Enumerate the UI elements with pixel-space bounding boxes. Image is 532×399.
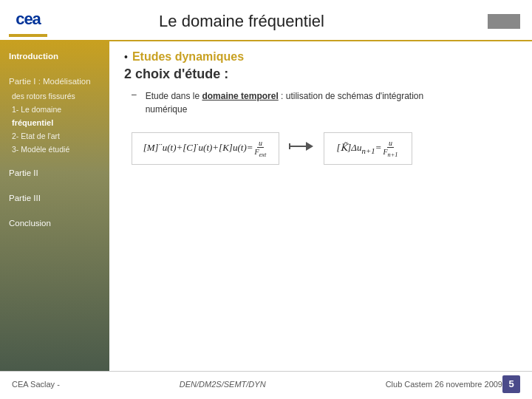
sidebar-gap-4 [6,207,103,214]
formula-right-content: [K̃]Δun+1=uFn+1 [337,142,400,153]
bullet-header: • Etudes dynamiques [124,50,517,64]
arrow-svg [288,137,315,155]
bullet-dot: • [124,51,128,63]
sidebar-item-partie2[interactable]: Partie II [6,166,103,180]
sidebar-item-introduction[interactable]: Introduction [6,49,103,64]
sidebar-item-domaine1[interactable]: 1- Le domaine [6,103,103,115]
header-accent [480,14,520,29]
content-area: • Etudes dynamiques 2 choix d'étude : – … [109,41,532,371]
sidebar-item-modele[interactable]: 3- Modèle étudié [6,143,103,155]
sidebar-gap-3 [6,182,103,189]
implication-arrow [288,137,315,160]
header: cea Le domaine fréquentiel [0,0,532,41]
choice-heading: 2 choix d'étude : [124,66,517,82]
cea-logo: cea [9,6,47,33]
domain-temporal: domaine temporel [202,91,278,101]
sidebar-item-rotors[interactable]: des rotors fissurés [6,90,103,102]
sidebar: Introduction Partie I : Modélisation des… [0,41,109,371]
formula-left: [M]··u(t)+[C]·u(t)+[K]u(t)=uFext [132,132,279,165]
page-title: Le domaine fréquentiel [47,12,480,31]
sidebar-item-conclusion[interactable]: Conclusion [6,216,103,231]
accent-rectangle [488,14,520,29]
svg-marker-1 [306,142,313,151]
bullet-text: Etudes dynamiques [132,50,244,64]
footer-left: CEA Saclay - [12,380,60,389]
page-number: 5 [502,375,520,393]
sidebar-item-partie3[interactable]: Partie III [6,191,103,205]
sidebar-gap-1 [6,65,103,72]
dash-icon: – [132,89,137,100]
sidebar-item-partie1[interactable]: Partie I : Modélisation [6,74,103,89]
footer-center: DEN/DM2S/SEMT/DYN [60,380,386,389]
formula-area: [M]··u(t)+[C]·u(t)+[K]u(t)=uFext [K̃]Δun… [132,132,517,165]
sidebar-item-frequentiel[interactable]: fréquentiel [6,117,103,129]
formula-right: [K̃]Δun+1=uFn+1 [324,132,412,165]
sidebar-gap-2 [6,157,103,164]
formula-left-content: [M]··u(t)+[C]·u(t)+[K]u(t)=uFext [143,142,268,153]
main-layout: Introduction Partie I : Modélisation des… [0,41,532,371]
logo-area: cea [9,6,47,37]
footer-right: Club Castem 26 novembre 2009 [386,380,502,389]
content-item-1: – Etude dans le domaine temporel : utili… [124,89,517,116]
sidebar-item-etat[interactable]: 2- Etat de l'art [6,130,103,142]
logo-underline [9,34,47,37]
item1-text: Etude dans le domaine temporel : utilisa… [146,89,424,116]
footer: CEA Saclay - DEN/DM2S/SEMT/DYN Club Cast… [0,371,532,396]
